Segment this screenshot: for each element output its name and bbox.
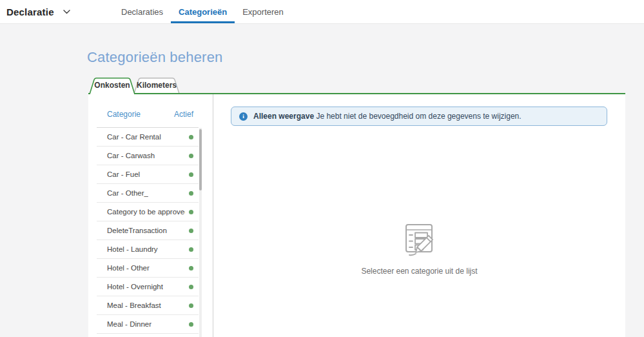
- active-status-dot: [189, 322, 193, 327]
- tab-underline: [88, 93, 625, 94]
- category-row[interactable]: Hotel - Laundry: [97, 240, 199, 259]
- column-header-categorie[interactable]: Categorie: [107, 110, 141, 119]
- active-status-dot: [189, 285, 193, 289]
- top-header: Declaratie Declaraties Categorieën Expor…: [0, 0, 644, 24]
- banner-message: Je hebt niet de bevoegdheid om deze gege…: [316, 112, 521, 121]
- readonly-banner: i Alleen weergave Je hebt niet de bevoeg…: [231, 107, 607, 126]
- nav-item-exporteren[interactable]: Exporteren: [235, 0, 291, 23]
- category-name: DeleteTransaction: [107, 227, 167, 234]
- page-title: Categorieën beheren: [87, 49, 223, 66]
- active-status-dot: [189, 172, 193, 177]
- tab-kilometers-label: Kilometers: [133, 81, 180, 90]
- column-header-actief[interactable]: Actief: [174, 110, 193, 119]
- empty-state-caption: Selecteer een categorie uit de lijst: [213, 267, 625, 276]
- active-status-dot: [189, 303, 193, 308]
- category-name: Hotel - Other: [107, 264, 150, 272]
- tab-onkosten-label: Onkosten: [89, 81, 135, 90]
- category-name: Meal - Breakfast: [107, 301, 161, 309]
- category-row[interactable]: Hotel - Other: [97, 259, 199, 278]
- category-name: Car - Carwash: [107, 152, 155, 159]
- category-name: Car - Fuel: [107, 170, 140, 178]
- list-scrollbar: [199, 128, 202, 337]
- category-row[interactable]: Meal - Dinner: [97, 315, 199, 334]
- panel-divider: [213, 94, 213, 337]
- active-status-dot: [189, 191, 193, 196]
- nav-item-declaraties[interactable]: Declaraties: [113, 0, 171, 23]
- document-pencil-icon: [402, 223, 438, 256]
- category-name: Car - Car Rental: [107, 133, 161, 141]
- category-row[interactable]: Category to be approved b...: [97, 203, 199, 221]
- banner-text: Alleen weergave Je hebt niet de bevoegdh…: [253, 112, 522, 121]
- category-row[interactable]: Meal - Breakfast: [97, 296, 199, 315]
- category-list: Car - Car Rental Car - Carwash Car - Fue…: [97, 127, 199, 334]
- category-name: Car - Other_: [107, 189, 148, 197]
- category-row[interactable]: DeleteTransaction: [97, 221, 199, 240]
- app-switcher-dropdown[interactable]: Declaratie: [6, 0, 70, 23]
- category-name: Meal - Dinner: [107, 320, 151, 328]
- tab-onkosten[interactable]: Onkosten: [89, 77, 135, 94]
- category-name: Hotel - Overnight: [107, 283, 163, 291]
- active-status-dot: [189, 154, 193, 158]
- category-name: Category to be approved b...: [107, 208, 185, 216]
- category-row[interactable]: Car - Other_: [97, 184, 199, 203]
- banner-title: Alleen weergave: [253, 112, 314, 121]
- category-row[interactable]: Hotel - Overnight: [97, 278, 199, 296]
- active-status-dot: [189, 266, 193, 271]
- list-scrollbar-thumb[interactable]: [199, 129, 202, 190]
- chevron-down-icon: [63, 10, 70, 14]
- content-panel: Categorie Actief Car - Car Rental Car - …: [88, 94, 625, 337]
- active-status-dot: [189, 229, 193, 233]
- list-header: Categorie Actief: [97, 110, 199, 119]
- active-status-dot: [189, 210, 193, 214]
- category-row[interactable]: Car - Car Rental: [97, 128, 199, 147]
- category-name: Hotel - Laundry: [107, 245, 158, 253]
- empty-state: Selecteer een categorie uit de lijst: [213, 223, 625, 276]
- category-row[interactable]: Car - Fuel: [97, 165, 199, 184]
- tab-kilometers[interactable]: Kilometers: [133, 77, 180, 94]
- active-status-dot: [189, 135, 193, 139]
- info-icon: i: [239, 112, 248, 121]
- category-row[interactable]: Car - Carwash: [97, 147, 199, 165]
- nav-item-categorieen[interactable]: Categorieën: [171, 0, 235, 23]
- top-nav: Declaraties Categorieën Exporteren: [113, 0, 291, 23]
- active-status-dot: [189, 247, 193, 252]
- app-title: Declaratie: [6, 6, 54, 17]
